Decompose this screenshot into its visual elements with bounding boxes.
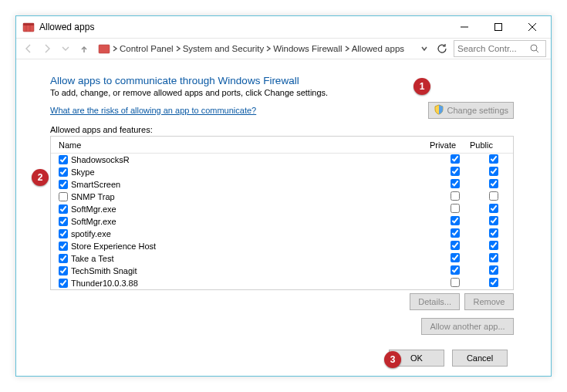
table-row[interactable]: SoftMgr.exe — [51, 203, 513, 215]
annotation-badge-2: 2 — [32, 169, 49, 186]
table-row[interactable]: SNMP Trap — [51, 191, 513, 203]
app-name: SmartScreen — [71, 180, 120, 189]
search-input[interactable] — [457, 44, 527, 53]
app-enable-checkbox[interactable] — [59, 266, 68, 275]
page-heading: Allow apps to communicate through Window… — [50, 75, 514, 86]
details-button[interactable]: Details... — [410, 293, 460, 310]
table-row[interactable]: Take a Test — [51, 252, 513, 265]
search-box[interactable] — [454, 40, 546, 57]
app-enable-checkbox[interactable] — [59, 242, 68, 251]
public-checkbox[interactable] — [489, 216, 498, 225]
app-enable-checkbox[interactable] — [59, 180, 68, 189]
app-enable-checkbox[interactable] — [59, 279, 68, 288]
app-enable-checkbox[interactable] — [59, 217, 68, 226]
column-private[interactable]: Private — [424, 140, 462, 150]
chevron-right-icon — [344, 46, 350, 52]
cancel-button[interactable]: Cancel — [452, 350, 508, 367]
titlebar: Allowed apps — [16, 16, 551, 38]
app-enable-checkbox[interactable] — [59, 155, 68, 164]
private-checkbox[interactable] — [451, 191, 460, 201]
table-row[interactable]: Thunder10.0.3.88 — [51, 277, 513, 289]
app-name: Store Experience Host — [71, 242, 156, 251]
chevron-right-icon — [175, 46, 181, 52]
recent-dropdown[interactable] — [58, 41, 73, 56]
apps-listbox: Name Private Public ShadowsocksRSkypeSma… — [50, 136, 514, 290]
change-settings-button[interactable]: Change settings — [428, 102, 515, 119]
private-checkbox[interactable] — [451, 179, 460, 188]
minimize-button[interactable] — [447, 16, 481, 38]
breadcrumb-item[interactable]: Control Panel — [120, 44, 174, 53]
private-checkbox[interactable] — [451, 265, 460, 275]
column-name[interactable]: Name — [51, 140, 424, 150]
public-checkbox[interactable] — [489, 191, 498, 201]
column-public[interactable]: Public — [462, 140, 501, 150]
table-row[interactable]: spotify.exe — [51, 228, 513, 240]
refresh-button[interactable] — [434, 43, 451, 54]
footer: OK Cancel — [389, 350, 508, 367]
table-row[interactable]: TechSmith Snagit — [51, 265, 513, 277]
app-enable-checkbox[interactable] — [59, 229, 68, 238]
svg-point-10 — [531, 45, 537, 51]
app-name: ShadowsocksR — [71, 155, 130, 164]
maximize-button[interactable] — [481, 16, 515, 38]
window: Allowed apps Control Panel System and Se… — [15, 15, 552, 377]
svg-rect-5 — [495, 24, 502, 31]
public-checkbox[interactable] — [489, 167, 498, 176]
table-row[interactable]: ShadowsocksR — [51, 154, 513, 166]
app-name: SoftMgr.exe — [71, 204, 116, 214]
private-checkbox[interactable] — [451, 216, 460, 225]
app-enable-checkbox[interactable] — [59, 167, 68, 177]
list-body[interactable]: ShadowsocksRSkypeSmartScreenSNMP TrapSof… — [51, 154, 513, 289]
table-row[interactable]: SmartScreen — [51, 178, 513, 191]
private-checkbox[interactable] — [451, 253, 460, 262]
public-checkbox[interactable] — [489, 278, 498, 287]
breadcrumb-item[interactable]: System and Security — [183, 44, 264, 53]
breadcrumb-item[interactable]: Windows Firewall — [273, 44, 342, 53]
public-checkbox[interactable] — [489, 154, 498, 164]
remove-button[interactable]: Remove — [464, 293, 514, 310]
private-checkbox[interactable] — [451, 278, 460, 287]
svg-rect-9 — [99, 45, 110, 53]
table-row[interactable]: Skype — [51, 166, 513, 178]
app-name: spotify.exe — [71, 229, 111, 238]
annotation-badge-1: 1 — [413, 78, 430, 95]
list-header: Name Private Public — [51, 137, 513, 154]
public-checkbox[interactable] — [489, 241, 498, 250]
public-checkbox[interactable] — [489, 228, 498, 238]
app-name: Take a Test — [71, 254, 113, 263]
breadcrumb[interactable]: Control Panel System and Security Window… — [95, 42, 430, 55]
app-enable-checkbox[interactable] — [59, 254, 68, 263]
firewall-icon — [22, 21, 35, 33]
table-row[interactable]: Store Experience Host — [51, 240, 513, 252]
breadcrumb-item[interactable]: Allowed apps — [352, 44, 404, 53]
chevron-down-icon[interactable] — [421, 46, 427, 52]
public-checkbox[interactable] — [489, 265, 498, 275]
back-button[interactable] — [21, 41, 36, 56]
private-checkbox[interactable] — [451, 167, 460, 176]
up-button[interactable] — [76, 41, 92, 56]
chevron-right-icon — [112, 46, 118, 52]
public-checkbox[interactable] — [489, 204, 498, 213]
app-name: SoftMgr.exe — [71, 217, 116, 226]
private-checkbox[interactable] — [451, 204, 460, 213]
app-enable-checkbox[interactable] — [59, 204, 68, 214]
risk-link[interactable]: What are the risks of allowing an app to… — [50, 106, 256, 115]
app-enable-checkbox[interactable] — [59, 192, 68, 201]
app-name: SNMP Trap — [71, 192, 115, 201]
private-checkbox[interactable] — [451, 154, 460, 164]
forward-button[interactable] — [39, 41, 55, 56]
firewall-icon — [98, 42, 110, 55]
private-checkbox[interactable] — [451, 228, 460, 238]
public-checkbox[interactable] — [489, 179, 498, 188]
private-checkbox[interactable] — [451, 241, 460, 250]
content: Allow apps to communicate through Window… — [16, 59, 551, 341]
change-settings-label: Change settings — [447, 106, 509, 115]
group-label: Allowed apps and features: — [50, 125, 514, 134]
chevron-right-icon — [265, 46, 272, 52]
svg-rect-1 — [23, 23, 34, 25]
public-checkbox[interactable] — [489, 253, 498, 262]
close-button[interactable] — [515, 16, 549, 38]
allow-another-app-button[interactable]: Allow another app... — [421, 318, 514, 335]
shield-icon — [434, 104, 444, 117]
table-row[interactable]: SoftMgr.exe — [51, 215, 513, 228]
